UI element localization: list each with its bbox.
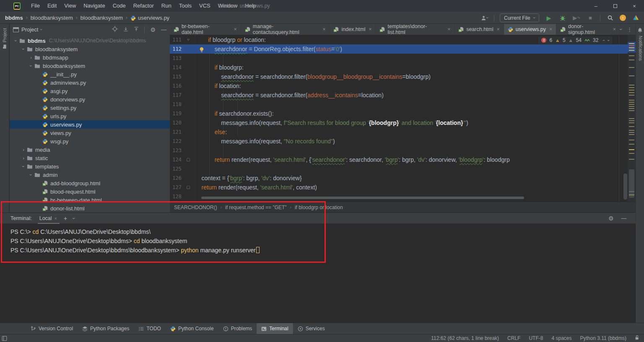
close-icon[interactable]: × xyxy=(322,26,325,32)
tree-item-blood-request-html[interactable]: Hblood-request.html xyxy=(10,187,170,196)
breadcrumb-item[interactable]: bloodbanksystem xyxy=(80,15,123,21)
tree-item-bloodbanksystem[interactable]: ›bloodbanksystem xyxy=(10,45,170,53)
editor-tab-br-between-date-html[interactable]: Hbr-between-date.html× xyxy=(170,24,241,35)
tool-window-button-problems[interactable]: Problems xyxy=(218,323,257,334)
tree-item-admin[interactable]: ›admin xyxy=(10,171,170,179)
editor-breadcrumb-item[interactable]: SEARCHDONOR() xyxy=(174,205,217,210)
lock-icon[interactable] xyxy=(635,335,640,342)
tree-item-bbdmsapp[interactable]: ›bbdmsapp xyxy=(10,53,170,62)
code-line-114[interactable]: 114 if bloodgrp: xyxy=(170,63,628,72)
project-view-select[interactable]: Project xyxy=(21,26,38,33)
menu-item-file[interactable]: File xyxy=(27,0,44,12)
editor-tab-manage-contactusquery-html[interactable]: Hmanage-contactusquery.html× xyxy=(241,24,330,35)
tool-window-button-todo[interactable]: TODO xyxy=(134,323,165,334)
tool-window-layout-icon[interactable] xyxy=(2,336,7,341)
tree-item-templates[interactable]: ›templates xyxy=(10,162,170,171)
terminal-hide-icon[interactable]: — xyxy=(621,215,627,221)
debug-button[interactable] xyxy=(558,14,567,22)
close-icon[interactable]: × xyxy=(549,26,552,32)
close-icon[interactable]: × xyxy=(369,26,371,32)
close-icon[interactable]: × xyxy=(613,26,616,32)
run-configuration-select[interactable]: Current File › xyxy=(500,13,539,22)
maximize-button[interactable] xyxy=(605,0,625,12)
fold-marker-icon[interactable]: ▢ xyxy=(182,155,195,164)
tool-window-button-python-packages[interactable]: Python Packages xyxy=(78,323,134,334)
terminal-settings-gear-icon[interactable]: ⚙ xyxy=(608,215,614,222)
profiler-button[interactable]: ▶↷ xyxy=(572,14,581,22)
tool-window-button-version-control[interactable]: Version Control xyxy=(26,323,78,334)
menu-item-refactor[interactable]: Refactor xyxy=(130,0,158,12)
menu-item-tools[interactable]: Tools xyxy=(175,0,195,12)
new-terminal-session-button[interactable]: + xyxy=(64,215,67,222)
hide-panel-icon[interactable]: — xyxy=(161,26,166,33)
tree-item-views-py[interactable]: views.py xyxy=(10,129,170,137)
tree-item-bbdms[interactable]: ›bbdmsC:\Users\ANUJ\OneDrive\Desktop\bbd… xyxy=(10,36,170,45)
fold-marker-icon[interactable]: ▿ xyxy=(182,35,195,44)
code-line-126[interactable]: 126 context = {'bgrp': bgrp, 'dv': donor… xyxy=(170,174,628,183)
tree-item-donor-list-html[interactable]: Hdonor-list.html xyxy=(10,204,170,212)
error-stripe-scrollbar-thumb[interactable] xyxy=(629,169,634,198)
code-line-118[interactable]: 118 xyxy=(170,100,628,109)
tool-stripe-project[interactable]: Project xyxy=(0,28,9,49)
file-encoding[interactable]: UTF-8 xyxy=(529,335,543,341)
tree-chevron-icon[interactable]: › xyxy=(28,55,34,60)
close-icon[interactable]: × xyxy=(497,26,500,32)
tree-item-adminviews-py[interactable]: adminviews.py xyxy=(10,78,170,87)
tool-window-button-terminal[interactable]: Terminal xyxy=(257,323,293,334)
editor-breadcrumb-item[interactable]: if bloodgrp or location xyxy=(295,205,343,210)
code-line-125[interactable]: 125 xyxy=(170,164,628,174)
code-line-117[interactable]: 117 searchdonor = searchdonor.filter(add… xyxy=(170,91,628,100)
python-interpreter[interactable]: Python 3.11 (bbdms) xyxy=(580,335,626,341)
editor-tab-templates-donor-list-html[interactable]: Htemplates\donor-list.html× xyxy=(376,24,454,35)
breadcrumb-item[interactable]: userviews.py xyxy=(138,15,169,21)
code-line-115[interactable]: 115 searchdonor = searchdonor.filter(blo… xyxy=(170,72,628,81)
code-line-116[interactable]: 116 if location: xyxy=(170,81,628,91)
code-line-124[interactable]: 124▢ return render(request, 'search.html… xyxy=(170,155,628,164)
tree-chevron-icon[interactable]: › xyxy=(13,38,19,43)
close-icon[interactable]: × xyxy=(234,26,237,32)
hidden-tabs-chevron-icon[interactable]: › xyxy=(618,28,624,30)
collapse-all-icon[interactable] xyxy=(134,26,139,33)
breadcrumb-item[interactable]: bloodbanksystem xyxy=(31,15,73,21)
tool-window-button-services[interactable]: Services xyxy=(293,323,330,334)
user-icon[interactable]: › xyxy=(480,14,488,22)
tree-item--init-py[interactable]: __init__.py xyxy=(10,70,170,78)
tree-chevron-icon[interactable]: › xyxy=(28,63,34,68)
code-editor[interactable]: 111▿ if bloodgrp or location:112 searchd… xyxy=(170,35,628,202)
locate-file-icon[interactable] xyxy=(112,26,118,33)
ai-assistant-icon[interactable] xyxy=(631,14,640,22)
menu-item-code[interactable]: Code xyxy=(109,0,130,12)
menu-item-edit[interactable]: Edit xyxy=(44,0,60,12)
code-line-112[interactable]: 112 searchdonor = DonorReg.objects.filte… xyxy=(170,44,628,54)
run-button[interactable]: ▶ xyxy=(545,14,553,22)
code-line-119[interactable]: 119 if searchdonor.exists(): xyxy=(170,109,628,118)
tree-chevron-icon[interactable]: › xyxy=(21,47,26,52)
tree-item-urls-py[interactable]: urls.py xyxy=(10,112,170,120)
menu-item-run[interactable]: Run xyxy=(158,0,175,12)
terminal-options-chevron-icon[interactable]: › xyxy=(71,218,77,219)
close-icon[interactable]: × xyxy=(447,26,450,32)
menu-item-navigate[interactable]: Navigate xyxy=(80,0,109,12)
next-problem-icon[interactable]: › xyxy=(606,39,611,41)
editor-breadcrumb-item[interactable]: if request.method == "GET" xyxy=(225,205,287,210)
breadcrumb-item[interactable]: bbdms xyxy=(5,15,23,21)
update-available-icon[interactable]: ↑ xyxy=(620,15,626,21)
tree-item-settings-py[interactable]: settings.py xyxy=(10,104,170,112)
minimize-button[interactable]: – xyxy=(586,0,605,12)
editor-tab-index-html[interactable]: Hindex.html× xyxy=(330,24,376,35)
menu-item-view[interactable]: View xyxy=(60,0,80,12)
horizontal-scrollbar[interactable] xyxy=(201,197,524,199)
code-line-113[interactable]: 113 xyxy=(170,54,628,63)
tree-chevron-icon[interactable]: › xyxy=(21,147,26,152)
tree-chevron-icon[interactable]: › xyxy=(21,164,26,169)
tree-item-bloodbanksystem[interactable]: ›bloodbanksystem xyxy=(10,62,170,70)
tree-chevron-icon[interactable]: › xyxy=(28,172,34,177)
search-everywhere-icon[interactable] xyxy=(606,14,614,22)
close-button[interactable]: × xyxy=(625,0,644,12)
tree-item-media[interactable]: ›media xyxy=(10,145,170,154)
editor-tab-donor-signup-html[interactable]: Hdonor-signup.html× xyxy=(556,24,620,35)
expand-all-icon[interactable] xyxy=(123,26,128,33)
code-line-120[interactable]: 120 messages.info(request, f"Search resu… xyxy=(170,118,628,127)
indent-style[interactable]: 4 spaces xyxy=(551,335,571,341)
tree-item-donorviews-py[interactable]: donorviews.py xyxy=(10,95,170,104)
